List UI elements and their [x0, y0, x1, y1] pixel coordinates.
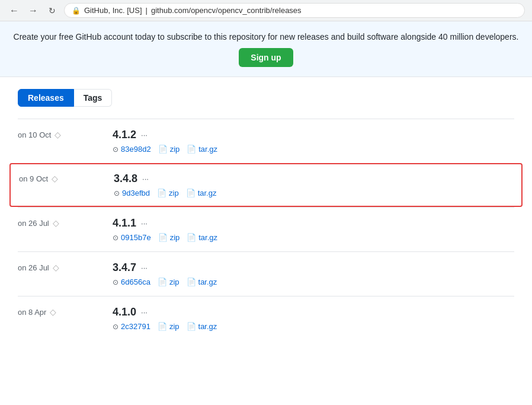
- tar-icon-2: 📄: [187, 233, 196, 242]
- tar-icon-4: 📄: [187, 322, 196, 331]
- tag-icon-3: ◇: [53, 263, 59, 272]
- tar-icon-0: 📄: [187, 145, 196, 154]
- tar-link-0[interactable]: 📄 tar.gz: [187, 145, 217, 154]
- tag-icon-1: ◇: [52, 174, 58, 183]
- zip-link-1[interactable]: 📄 zip: [157, 189, 179, 197]
- release-info-0: 4.1.2 ··· ⊙ 83e98d2 📄 zip 📄 tar.gz: [113, 129, 514, 154]
- signup-banner: Create your free GitHub account today to…: [0, 21, 532, 77]
- releases-list: on 10 Oct ◇ 4.1.2 ··· ⊙ 83e98d2 📄 zip 📄: [18, 119, 514, 340]
- release-date-text-3: on 26 Jul: [18, 263, 49, 272]
- release-dots-3[interactable]: ···: [141, 263, 148, 272]
- release-assets-3: ⊙ 6d656ca 📄 zip 📄 tar.gz: [113, 278, 514, 286]
- commit-sha-3: ⊙ 6d656ca: [113, 278, 150, 286]
- zip-link-3[interactable]: 📄 zip: [158, 278, 180, 286]
- release-assets-4: ⊙ 2c32791 📄 zip 📄 tar.gz: [113, 322, 514, 331]
- tar-label-2: tar.gz: [198, 233, 217, 242]
- release-version-1[interactable]: 3.4.8: [114, 173, 137, 185]
- forward-button[interactable]: →: [26, 4, 40, 18]
- zip-label-3: zip: [169, 278, 180, 286]
- release-date-text-4: on 8 Apr: [18, 308, 46, 317]
- release-version-row-2: 4.1.1 ···: [113, 217, 514, 229]
- tabs-container: Releases Tags: [18, 89, 514, 107]
- release-dots-2[interactable]: ···: [141, 219, 148, 228]
- release-info-2: 4.1.1 ··· ⊙ 0915b7e 📄 zip 📄 tar.gz: [113, 217, 514, 242]
- release-version-2[interactable]: 4.1.1: [113, 217, 136, 229]
- commit-icon-2: ⊙: [113, 234, 118, 242]
- commit-icon-1: ⊙: [114, 189, 120, 197]
- release-date-0: on 10 Oct ◇: [18, 129, 113, 139]
- zip-link-2[interactable]: 📄 zip: [158, 233, 180, 242]
- tar-icon-3: 📄: [187, 278, 196, 286]
- release-row: on 10 Oct ◇ 4.1.2 ··· ⊙ 83e98d2 📄 zip 📄: [18, 119, 514, 163]
- release-date-1: on 9 Oct ◇: [19, 173, 114, 183]
- tag-icon-2: ◇: [53, 218, 59, 228]
- release-assets-2: ⊙ 0915b7e 📄 zip 📄 tar.gz: [113, 233, 514, 242]
- zip-label-4: zip: [169, 322, 180, 331]
- commit-sha-2: ⊙ 0915b7e: [113, 233, 151, 242]
- tar-label-3: tar.gz: [198, 278, 217, 286]
- release-info-4: 4.1.0 ··· ⊙ 2c32791 📄 zip 📄 tar.gz: [113, 306, 514, 331]
- tab-releases[interactable]: Releases: [18, 89, 74, 107]
- release-date-text-0: on 10 Oct: [18, 130, 51, 139]
- commit-link-1[interactable]: 9d3efbd: [122, 189, 150, 197]
- back-button[interactable]: ←: [7, 4, 21, 18]
- tar-label-0: tar.gz: [198, 145, 217, 154]
- address-url: github.com/opencv/opencv_contrib/release…: [151, 6, 302, 15]
- commit-sha-1: ⊙ 9d3efbd: [114, 189, 150, 197]
- address-bar: 🔒 GitHub, Inc. [US] | github.com/opencv/…: [64, 3, 525, 18]
- tar-label-1: tar.gz: [198, 189, 217, 197]
- commit-link-4[interactable]: 2c32791: [121, 322, 150, 331]
- release-date-text-2: on 26 Jul: [18, 219, 49, 228]
- zip-label-1: zip: [169, 189, 179, 197]
- release-version-4[interactable]: 4.1.0: [113, 306, 136, 318]
- signup-button[interactable]: Sign up: [239, 48, 293, 67]
- address-separator: |: [146, 6, 148, 15]
- commit-icon-0: ⊙: [113, 145, 118, 154]
- commit-sha-4: ⊙ 2c32791: [113, 322, 150, 331]
- browser-chrome: ← → ↻ 🔒 GitHub, Inc. [US] | github.com/o…: [0, 0, 532, 21]
- zip-label-0: zip: [170, 145, 180, 154]
- release-dots-4[interactable]: ···: [141, 308, 148, 317]
- zip-icon-4: 📄: [158, 322, 167, 331]
- release-row: on 8 Apr ◇ 4.1.0 ··· ⊙ 2c32791 📄 zip 📄 t: [18, 296, 514, 340]
- release-dots-0[interactable]: ···: [141, 130, 148, 139]
- release-row: on 26 Jul ◇ 4.1.1 ··· ⊙ 0915b7e 📄 zip 📄: [18, 207, 514, 251]
- release-date-text-1: on 9 Oct: [19, 174, 48, 183]
- release-version-row-3: 3.4.7 ···: [113, 262, 514, 274]
- zip-link-4[interactable]: 📄 zip: [158, 322, 180, 331]
- commit-link-3[interactable]: 6d656ca: [121, 278, 150, 286]
- release-row: on 26 Jul ◇ 3.4.7 ··· ⊙ 6d656ca 📄 zip 📄: [18, 251, 514, 296]
- commit-link-2[interactable]: 0915b7e: [121, 233, 151, 242]
- tag-icon-0: ◇: [55, 130, 61, 139]
- tar-link-3[interactable]: 📄 tar.gz: [187, 278, 217, 286]
- tag-icon-4: ◇: [50, 307, 56, 317]
- zip-icon-3: 📄: [158, 278, 167, 286]
- reload-button[interactable]: ↻: [45, 4, 59, 18]
- zip-label-2: zip: [170, 233, 180, 242]
- commit-sha-0: ⊙ 83e98d2: [113, 145, 151, 154]
- release-version-0[interactable]: 4.1.2: [113, 129, 136, 141]
- commit-link-0[interactable]: 83e98d2: [121, 145, 151, 154]
- zip-icon-2: 📄: [158, 233, 168, 242]
- tar-link-4[interactable]: 📄 tar.gz: [187, 322, 217, 331]
- release-row: on 9 Oct ◇ 3.4.8 ··· ⊙ 9d3efbd 📄 zip 📄 t: [9, 163, 523, 207]
- lock-icon: 🔒: [72, 7, 81, 15]
- release-dots-1[interactable]: ···: [142, 174, 149, 183]
- tar-label-4: tar.gz: [198, 322, 217, 331]
- release-date-3: on 26 Jul ◇: [18, 262, 113, 272]
- release-assets-1: ⊙ 9d3efbd 📄 zip 📄 tar.gz: [114, 189, 513, 197]
- zip-icon-1: 📄: [157, 189, 166, 197]
- release-version-3[interactable]: 3.4.7: [113, 262, 136, 274]
- release-date-2: on 26 Jul ◇: [18, 217, 113, 228]
- tar-link-1[interactable]: 📄 tar.gz: [186, 189, 217, 197]
- commit-icon-3: ⊙: [113, 278, 118, 286]
- release-assets-0: ⊙ 83e98d2 📄 zip 📄 tar.gz: [113, 145, 514, 154]
- banner-text: Create your free GitHub account today to…: [12, 31, 520, 43]
- tar-link-2[interactable]: 📄 tar.gz: [187, 233, 217, 242]
- commit-icon-4: ⊙: [113, 323, 118, 331]
- release-version-row-1: 3.4.8 ···: [114, 173, 513, 185]
- zip-link-0[interactable]: 📄 zip: [158, 145, 180, 154]
- main-content: Releases Tags on 10 Oct ◇ 4.1.2 ··· ⊙ 83…: [0, 77, 532, 352]
- release-info-1: 3.4.8 ··· ⊙ 9d3efbd 📄 zip 📄 tar.gz: [114, 173, 513, 197]
- tab-tags[interactable]: Tags: [74, 89, 113, 107]
